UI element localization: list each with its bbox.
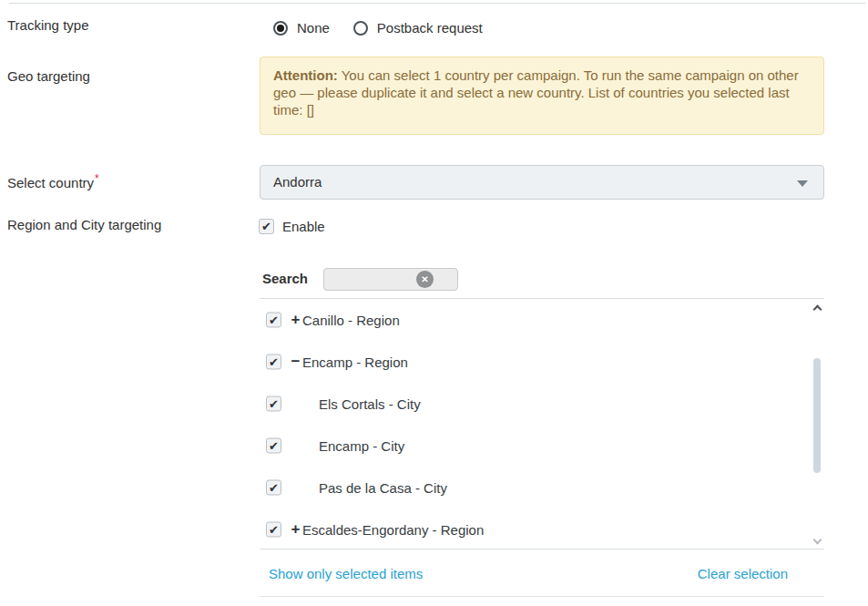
item-checkbox[interactable]: ✔	[266, 438, 281, 454]
item-label: Encamp - Region	[302, 354, 408, 370]
list-item-encamp-region: ✔ − Encamp - Region	[260, 341, 824, 383]
checkmark-icon: ✔	[269, 440, 279, 452]
item-label: Encamp - City	[319, 438, 404, 454]
collapse-icon[interactable]: −	[289, 353, 302, 371]
radio-option-label: None	[297, 20, 330, 36]
radio-unselected-icon[interactable]	[353, 21, 368, 36]
country-select-value: Andorra	[273, 166, 322, 199]
item-label: Pas de la Casa - City	[319, 480, 447, 496]
enable-label: Enable	[282, 219, 325, 234]
list-item-escaldes-engordany: ✔ + Escaldes-Engordany - Region	[260, 508, 824, 550]
item-checkbox[interactable]: ✔	[266, 313, 281, 328]
attention-text: You can select 1 country per campaign. T…	[273, 67, 799, 118]
checkmark-icon: ✔	[269, 314, 279, 326]
tracking-option-postback[interactable]: Postback request	[353, 20, 483, 36]
item-label: Escaldes-Engordany - Region	[302, 522, 484, 538]
clear-selection-link[interactable]: Clear selection	[698, 565, 788, 580]
item-checkbox[interactable]: ✔	[266, 396, 281, 412]
radio-selected-icon[interactable]	[273, 21, 288, 36]
list-item-pas-de-la-casa: ✔ Pas de la Casa - City	[260, 467, 824, 508]
tracking-type-label: Tracking type	[7, 16, 88, 34]
checkmark-icon: ✔	[261, 221, 271, 232]
item-label: Canillo - Region	[302, 313, 400, 328]
x-icon: ✕	[421, 275, 428, 284]
expand-icon[interactable]: +	[289, 311, 302, 329]
item-checkbox[interactable]: ✔	[266, 480, 281, 496]
list-item-canillo: ✔ + Canillo - Region	[260, 299, 824, 341]
radio-option-label: Postback request	[377, 20, 483, 36]
search-row: Search ✕	[260, 265, 824, 294]
checkmark-icon: ✔	[269, 482, 279, 494]
select-country-label: Select country*	[7, 174, 99, 191]
search-label: Search	[262, 265, 308, 293]
checkmark-icon: ✔	[269, 524, 279, 536]
enable-checkbox[interactable]: ✔	[259, 219, 274, 234]
expand-icon[interactable]: +	[289, 520, 302, 539]
region-city-list: ✔ + Canillo - Region ✔ − Encamp - Region…	[260, 298, 824, 550]
item-checkbox[interactable]: ✔	[266, 354, 281, 370]
tracking-option-none[interactable]: None	[273, 20, 330, 36]
geo-targeting-label: Geo targeting	[7, 67, 90, 85]
list-item-encamp-city: ✔ Encamp - City	[260, 425, 824, 467]
list-footer: Show only selected items Clear selection	[260, 550, 824, 597]
checkmark-icon: ✔	[269, 356, 279, 368]
show-only-selected-link[interactable]: Show only selected items	[269, 565, 423, 580]
section-divider	[9, 3, 865, 4]
region-city-targeting-label: Region and City targeting	[7, 216, 161, 233]
select-country-label-text: Select country	[7, 175, 94, 190]
checkmark-icon: ✔	[269, 398, 279, 410]
list-item-els-cortals: ✔ Els Cortals - City	[260, 383, 824, 425]
country-select[interactable]: Andorra	[260, 165, 824, 200]
item-label: Els Cortals - City	[319, 396, 421, 412]
required-asterisk: *	[95, 172, 99, 185]
item-checkbox[interactable]: ✔	[266, 522, 281, 538]
attention-box: Attention: You can select 1 country per …	[260, 56, 824, 135]
search-input[interactable]	[323, 268, 458, 291]
chevron-down-icon	[797, 180, 808, 187]
clear-search-icon[interactable]: ✕	[416, 271, 434, 288]
campaign-settings-form: Tracking type None Postback request Geo …	[0, 0, 868, 606]
attention-prefix: Attention:	[273, 67, 338, 83]
tracking-type-options: None Postback request	[273, 20, 483, 36]
enable-row[interactable]: ✔ Enable	[259, 219, 325, 234]
scrollbar-thumb[interactable]	[813, 358, 821, 473]
